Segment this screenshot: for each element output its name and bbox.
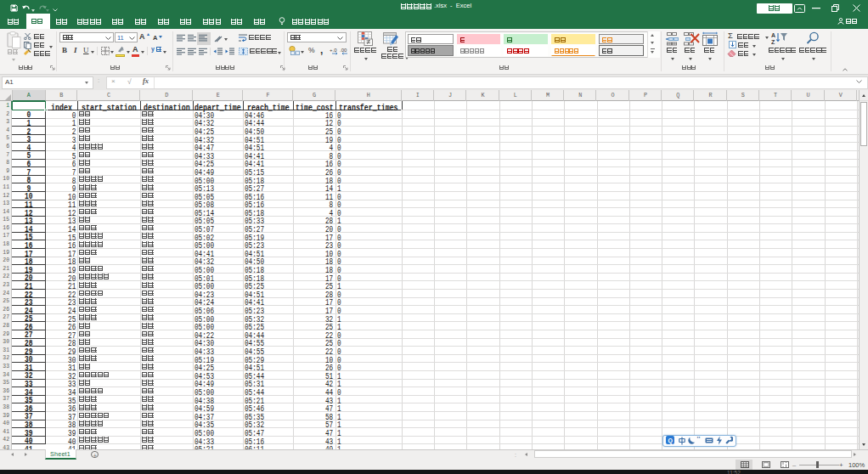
svg-text:.00: .00 [340, 48, 347, 53]
svg-text:Z: Z [771, 39, 775, 45]
svg-text:A: A [771, 32, 775, 38]
svg-text:+.0: +.0 [330, 48, 337, 53]
